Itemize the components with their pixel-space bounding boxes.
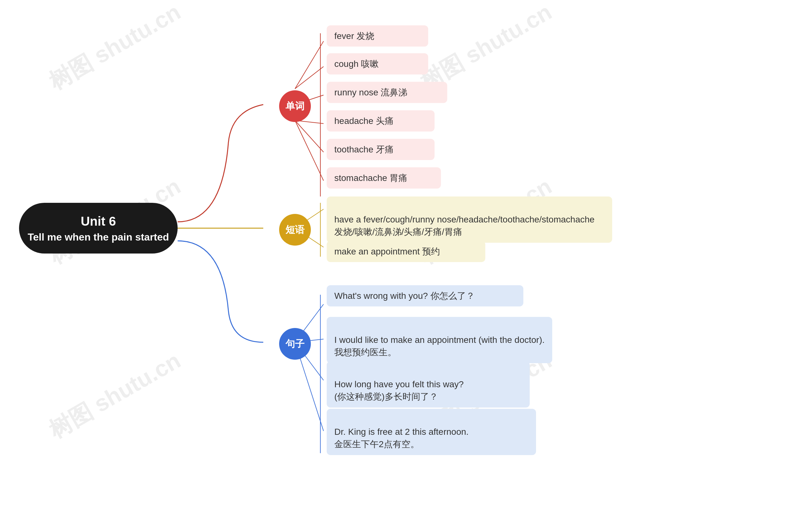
watermark-5: 树图 shutu.cn	[43, 345, 186, 445]
sentence-item-2: I would like to make an appointment (wit…	[327, 317, 552, 363]
branch-vocab: 单词	[279, 90, 311, 122]
svg-line-5	[295, 120, 323, 181]
central-node: Unit 6 Tell me when the pain started	[19, 203, 178, 254]
vocab-item-1: fever 发烧	[327, 25, 428, 47]
sentence-item-3: How long have you felt this way? (你这种感觉)…	[327, 361, 530, 408]
vocab-item-5: toothache 牙痛	[327, 139, 435, 160]
vocab-item-3: runny nose 流鼻涕	[327, 82, 447, 103]
branch-sentences: 句子	[279, 328, 311, 360]
branch-phrases: 短语	[279, 214, 311, 245]
vocab-item-6: stomachache 胃痛	[327, 167, 441, 189]
central-line2: Tell me when the pain started	[21, 230, 175, 244]
vocab-item-4: headache 头痛	[327, 110, 435, 132]
vocab-item-2: cough 咳嗽	[327, 53, 428, 74]
phrases-item-2: make an appointment 预约	[327, 241, 485, 262]
watermark-1: 树图 shutu.cn	[43, 0, 186, 97]
svg-line-4	[295, 120, 323, 152]
sentence-item-4: Dr. King is free at 2 this afternoon. 金医…	[327, 409, 536, 455]
svg-line-1	[295, 66, 323, 89]
svg-line-0	[295, 41, 323, 89]
phrases-item-1: have a fever/cough/runny nose/headache/t…	[327, 196, 612, 243]
sentence-item-1: What's wrong with you? 你怎么了？	[327, 285, 523, 306]
central-line1: Unit 6	[81, 212, 116, 230]
